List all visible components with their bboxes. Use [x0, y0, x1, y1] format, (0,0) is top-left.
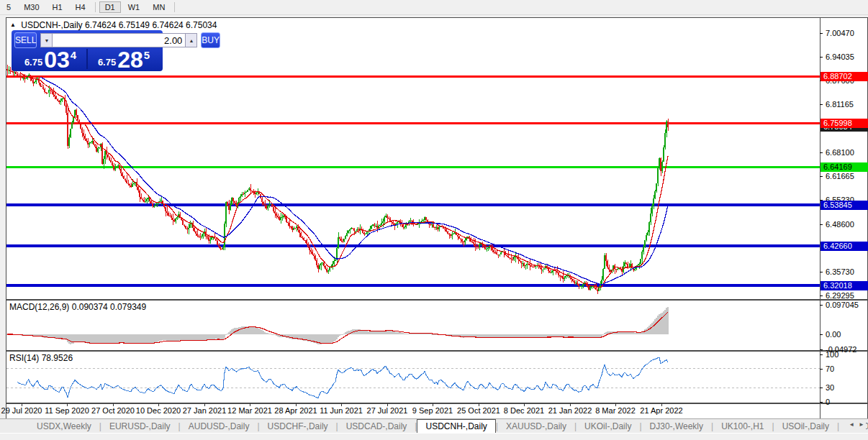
rsi-tick: [820, 369, 823, 370]
date-label: 12 Mar 2021: [227, 406, 272, 415]
macd-tick: [820, 334, 823, 335]
one-click-trading-panel: SELL ▼ ▲ BUY 6.75 03 4 6.75 28 5: [12, 30, 163, 71]
date-label: 11 Sep 2020: [45, 406, 89, 415]
date-label: 9 Sep 2021: [412, 406, 453, 415]
price-tick-label: 7.00470: [826, 29, 854, 37]
tab-scroll-arrows: ◄ ►: [847, 419, 866, 430]
mt4-terminal: 5M30H1H4D1W1MN ▲ USDCNH-,Daily 6.74624 6…: [0, 0, 868, 440]
ask-big-digits: 28: [117, 50, 143, 69]
price-tick: [820, 295, 823, 296]
price-tick-label: 6.29295: [826, 292, 854, 300]
timeframe-button-5[interactable]: 5: [1, 1, 17, 13]
volume-decrease-icon[interactable]: ▼: [40, 33, 53, 47]
ohlc-values: 6.74624 6.75149 6.74624 6.75034: [85, 20, 217, 30]
price-tick: [820, 104, 823, 105]
sell-button[interactable]: SELL: [14, 32, 37, 48]
date-label: 8 Dec 2021: [504, 406, 544, 415]
chart-tab-uk100-h1[interactable]: UK100-,H1: [713, 421, 772, 431]
volume-input[interactable]: [53, 33, 185, 47]
chart-tab-usdcad-daily[interactable]: USDCAD-,Daily: [338, 421, 415, 431]
date-label: 28 Apr 2021: [274, 406, 317, 415]
collapse-quote-panel-icon[interactable]: ▲: [10, 22, 16, 28]
macd-tick: [820, 305, 823, 306]
price-tick-label: 6.81165: [826, 101, 854, 109]
timeframe-button-d1[interactable]: D1: [99, 1, 121, 13]
date-label: 11 Jun 2021: [320, 406, 363, 415]
price-tick: [820, 57, 823, 58]
rsi-tick: [820, 354, 823, 355]
date-label: 27 Oct 2020: [91, 406, 135, 415]
price-tick: [820, 176, 823, 177]
volume-increase-icon[interactable]: ▲: [185, 33, 197, 47]
buy-button[interactable]: BUY: [201, 32, 220, 48]
timeframe-button-h4[interactable]: H4: [70, 1, 91, 13]
date-label: 10 Dec 2020: [136, 406, 181, 415]
price-tick: [820, 224, 823, 225]
chart-tab-xauusd-daily[interactable]: XAUUSD-,Daily: [498, 421, 574, 431]
price-level-badge: 6.88702: [820, 72, 868, 81]
panel-separator[interactable]: [6, 299, 867, 301]
price-tick-label: 6.68100: [826, 149, 854, 157]
rsi-tick-label: 0: [826, 398, 830, 406]
chart-tab-dj30-weekly[interactable]: DJ30-,Weekly: [642, 421, 711, 431]
rsi-value: 78.9526: [42, 353, 73, 363]
price-level-badge: 6.42660: [820, 242, 868, 251]
macd-values: 0.090374 0.079349: [72, 302, 146, 312]
rsi-tick-label: 100: [826, 351, 838, 359]
rsi-tick-label: 70: [826, 365, 834, 373]
ask-pip-digit: 5: [144, 49, 150, 61]
price-level-badge: 6.75998: [820, 119, 868, 128]
rsi-title: RSI(14) 78.9526: [9, 353, 73, 363]
price-tick-label: 6.61665: [826, 173, 854, 180]
price-tick: [820, 152, 823, 153]
ask-small-digits: 6.75: [98, 57, 116, 68]
price-level-badge: 6.53845: [820, 201, 868, 210]
timeframe-toolbar: 5M30H1H4D1W1MN: [0, 0, 868, 15]
timeframe-button-w1[interactable]: W1: [122, 1, 146, 13]
panel-separator[interactable]: [6, 350, 867, 352]
price-tick: [820, 33, 823, 34]
macd-tick: [820, 349, 823, 350]
macd-tick-label: 0.097045: [826, 301, 859, 309]
chart-tab-usdchf-daily[interactable]: USDCHF-,Daily: [260, 421, 336, 431]
chart-title: ▲ USDCNH-,Daily 6.74624 6.75149 6.74624 …: [10, 20, 217, 30]
status-strip: [0, 433, 868, 440]
chart-tab-ukoil-daily[interactable]: UKOil-,Daily: [577, 421, 639, 431]
timeframe-button-h1[interactable]: H1: [47, 1, 68, 13]
date-label: 27 Jul 2021: [367, 406, 408, 415]
timeframe-button-mn[interactable]: MN: [147, 1, 171, 13]
rsi-label: RSI(14): [9, 353, 39, 363]
date-label: 21 Apr 2022: [640, 406, 682, 415]
bid-price[interactable]: 6.75 03 4: [14, 49, 88, 69]
price-tick: [820, 272, 823, 272]
price-level-badge: 6.64169: [820, 162, 868, 172]
symbol-name: USDCNH-,Daily: [21, 20, 82, 30]
date-label: 25 Oct 2021: [457, 406, 500, 415]
price-tick-label: 6.48600: [826, 221, 854, 229]
macd-tick-label: 0.00: [826, 331, 841, 339]
date-label: 8 Mar 2022: [595, 406, 636, 415]
bid-pip-digit: 4: [71, 49, 76, 61]
tab-scroll-right-icon[interactable]: ►: [859, 421, 864, 428]
price-level-badge: 6.32018: [820, 281, 868, 290]
tab-scroll-left-icon[interactable]: ◄: [849, 421, 854, 428]
timeframe-button-m30[interactable]: M30: [18, 1, 45, 13]
rsi-tick-label: 30: [826, 384, 834, 392]
rsi-tick: [820, 402, 823, 403]
price-tick-label: 6.94035: [826, 53, 854, 61]
toolbar-separator: [95, 2, 96, 12]
rsi-panel-chart[interactable]: [6, 352, 820, 403]
bid-big-digits: 03: [44, 50, 70, 69]
date-label: 21 Jan 2022: [548, 406, 592, 415]
date-label: 27 Jan 2021: [183, 406, 227, 415]
ask-price[interactable]: 6.75 28 5: [88, 49, 160, 69]
panel-separator[interactable]: [6, 403, 867, 404]
chart-tab-usdx-weekly[interactable]: USDX,Weekly: [29, 421, 99, 431]
macd-title: MACD(12,26,9) 0.090374 0.079349: [9, 302, 146, 312]
chart-tab-audusd-daily[interactable]: AUDUSD-,Daily: [181, 421, 258, 431]
rsi-tick: [820, 388, 823, 388]
chart-tab-usoil-daily[interactable]: USOil-,Daily: [774, 421, 837, 431]
chart-tab-usdcnh-daily[interactable]: USDCNH-,Daily: [417, 419, 495, 434]
chart-tab-eurusd-daily[interactable]: EURUSD-,Daily: [101, 421, 178, 431]
volume-control: ▼ ▲: [40, 33, 197, 47]
